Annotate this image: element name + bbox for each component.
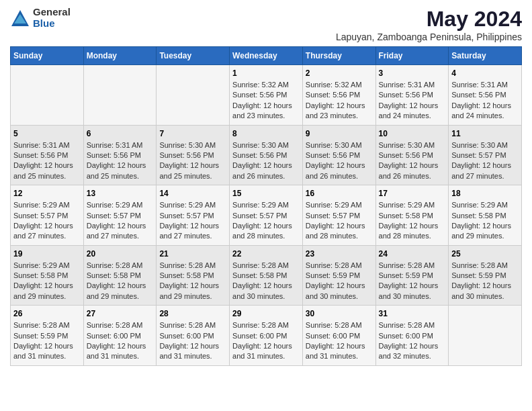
calendar-cell: 13Sunrise: 5:29 AM Sunset: 5:57 PM Dayli… — [83, 185, 157, 246]
day-info: Sunrise: 5:28 AM Sunset: 5:59 PM Dayligh… — [379, 261, 446, 302]
day-info: Sunrise: 5:28 AM Sunset: 6:00 PM Dayligh… — [232, 320, 300, 362]
day-number: 25 — [451, 249, 519, 259]
day-number: 27 — [87, 309, 154, 318]
day-info: Sunrise: 5:31 AM Sunset: 5:56 PM Dayligh… — [379, 80, 446, 122]
day-number: 14 — [159, 189, 226, 198]
day-info: Sunrise: 5:30 AM Sunset: 5:56 PM Dayligh… — [306, 140, 373, 182]
day-info: Sunrise: 5:32 AM Sunset: 5:56 PM Dayligh… — [306, 80, 373, 122]
calendar-cell: 30Sunrise: 5:28 AM Sunset: 6:00 PM Dayli… — [302, 306, 375, 366]
week-row-1: 1Sunrise: 5:32 AM Sunset: 5:56 PM Daylig… — [11, 65, 522, 126]
day-number: 24 — [379, 249, 446, 259]
day-number: 29 — [232, 309, 300, 318]
day-info: Sunrise: 5:29 AM Sunset: 5:58 PM Dayligh… — [13, 261, 81, 302]
calendar-cell: 23Sunrise: 5:28 AM Sunset: 5:59 PM Dayli… — [302, 245, 375, 306]
col-thursday: Thursday — [302, 47, 375, 65]
col-tuesday: Tuesday — [157, 47, 230, 65]
col-saturday: Saturday — [449, 47, 522, 65]
day-info: Sunrise: 5:31 AM Sunset: 5:56 PM Dayligh… — [13, 140, 81, 182]
calendar-cell: 21Sunrise: 5:28 AM Sunset: 5:58 PM Dayli… — [157, 245, 230, 306]
calendar-cell: 14Sunrise: 5:29 AM Sunset: 5:57 PM Dayli… — [157, 185, 230, 246]
calendar-cell: 7Sunrise: 5:30 AM Sunset: 5:56 PM Daylig… — [157, 125, 230, 185]
logo-blue-text: Blue — [33, 18, 71, 30]
week-row-2: 5Sunrise: 5:31 AM Sunset: 5:56 PM Daylig… — [11, 125, 522, 185]
day-number: 2 — [306, 68, 373, 78]
day-info: Sunrise: 5:28 AM Sunset: 6:00 PM Dayligh… — [306, 320, 373, 362]
day-number: 17 — [379, 189, 446, 198]
calendar-cell: 17Sunrise: 5:29 AM Sunset: 5:58 PM Dayli… — [375, 185, 449, 246]
day-info: Sunrise: 5:30 AM Sunset: 5:56 PM Dayligh… — [159, 140, 226, 182]
day-info: Sunrise: 5:28 AM Sunset: 6:00 PM Dayligh… — [159, 320, 226, 362]
day-info: Sunrise: 5:29 AM Sunset: 5:57 PM Dayligh… — [87, 200, 154, 242]
calendar-cell: 16Sunrise: 5:29 AM Sunset: 5:57 PM Dayli… — [302, 185, 375, 246]
calendar-cell — [83, 65, 157, 126]
col-monday: Monday — [83, 47, 157, 65]
day-number: 6 — [87, 129, 154, 138]
day-info: Sunrise: 5:28 AM Sunset: 5:58 PM Dayligh… — [232, 261, 300, 302]
logo: General Blue — [10, 7, 71, 29]
title-block: May 2024 Lapuyan, Zamboanga Peninsula, P… — [336, 7, 522, 42]
calendar-cell: 1Sunrise: 5:32 AM Sunset: 5:56 PM Daylig… — [230, 65, 303, 126]
day-info: Sunrise: 5:28 AM Sunset: 6:00 PM Dayligh… — [379, 320, 446, 362]
calendar-cell: 31Sunrise: 5:28 AM Sunset: 6:00 PM Dayli… — [375, 306, 449, 366]
header-row: Sunday Monday Tuesday Wednesday Thursday… — [11, 47, 522, 65]
calendar-cell: 4Sunrise: 5:31 AM Sunset: 5:56 PM Daylig… — [449, 65, 522, 126]
calendar-header: Sunday Monday Tuesday Wednesday Thursday… — [11, 47, 522, 65]
day-number: 15 — [232, 189, 300, 198]
day-number: 31 — [379, 309, 446, 318]
day-number: 26 — [13, 309, 81, 318]
calendar-cell: 8Sunrise: 5:30 AM Sunset: 5:56 PM Daylig… — [230, 125, 303, 185]
day-info: Sunrise: 5:28 AM Sunset: 5:58 PM Dayligh… — [159, 261, 226, 302]
day-number: 4 — [451, 68, 519, 78]
day-info: Sunrise: 5:28 AM Sunset: 5:59 PM Dayligh… — [13, 320, 81, 362]
day-number: 13 — [87, 189, 154, 198]
week-row-5: 26Sunrise: 5:28 AM Sunset: 5:59 PM Dayli… — [11, 306, 522, 366]
calendar-cell: 19Sunrise: 5:29 AM Sunset: 5:58 PM Dayli… — [11, 245, 84, 306]
day-info: Sunrise: 5:30 AM Sunset: 5:56 PM Dayligh… — [232, 140, 300, 182]
day-info: Sunrise: 5:32 AM Sunset: 5:56 PM Dayligh… — [232, 80, 300, 122]
day-info: Sunrise: 5:28 AM Sunset: 5:59 PM Dayligh… — [306, 261, 373, 302]
day-info: Sunrise: 5:31 AM Sunset: 5:56 PM Dayligh… — [451, 80, 519, 122]
day-number: 11 — [451, 129, 519, 138]
calendar-cell: 10Sunrise: 5:30 AM Sunset: 5:56 PM Dayli… — [375, 125, 449, 185]
calendar-cell: 25Sunrise: 5:28 AM Sunset: 5:59 PM Dayli… — [449, 245, 522, 306]
calendar-cell: 20Sunrise: 5:28 AM Sunset: 5:58 PM Dayli… — [83, 245, 157, 306]
calendar-cell: 24Sunrise: 5:28 AM Sunset: 5:59 PM Dayli… — [375, 245, 449, 306]
calendar-cell: 26Sunrise: 5:28 AM Sunset: 5:59 PM Dayli… — [11, 306, 84, 366]
day-info: Sunrise: 5:28 AM Sunset: 5:58 PM Dayligh… — [87, 261, 154, 302]
main-title: May 2024 — [336, 7, 522, 32]
day-number: 22 — [232, 249, 300, 259]
col-sunday: Sunday — [11, 47, 84, 65]
col-friday: Friday — [375, 47, 449, 65]
calendar-cell: 29Sunrise: 5:28 AM Sunset: 6:00 PM Dayli… — [230, 306, 303, 366]
day-number: 1 — [232, 68, 300, 78]
calendar-cell: 2Sunrise: 5:32 AM Sunset: 5:56 PM Daylig… — [302, 65, 375, 126]
day-number: 28 — [159, 309, 226, 318]
calendar-cell: 12Sunrise: 5:29 AM Sunset: 5:57 PM Dayli… — [11, 185, 84, 246]
day-number: 18 — [451, 189, 519, 198]
calendar-cell: 5Sunrise: 5:31 AM Sunset: 5:56 PM Daylig… — [11, 125, 84, 185]
day-number: 9 — [306, 129, 373, 138]
week-row-4: 19Sunrise: 5:29 AM Sunset: 5:58 PM Dayli… — [11, 245, 522, 306]
calendar-cell: 15Sunrise: 5:29 AM Sunset: 5:57 PM Dayli… — [230, 185, 303, 246]
calendar-cell: 22Sunrise: 5:28 AM Sunset: 5:58 PM Dayli… — [230, 245, 303, 306]
day-info: Sunrise: 5:29 AM Sunset: 5:57 PM Dayligh… — [13, 200, 81, 242]
day-info: Sunrise: 5:29 AM Sunset: 5:57 PM Dayligh… — [232, 200, 300, 242]
day-number: 7 — [159, 129, 226, 138]
day-number: 21 — [159, 249, 226, 259]
calendar-table: Sunday Monday Tuesday Wednesday Thursday… — [10, 46, 522, 366]
calendar-cell: 3Sunrise: 5:31 AM Sunset: 5:56 PM Daylig… — [375, 65, 449, 126]
logo-text: General Blue — [33, 7, 71, 29]
day-number: 20 — [87, 249, 154, 259]
day-number: 19 — [13, 249, 81, 259]
logo-icon — [10, 9, 30, 28]
calendar-cell: 11Sunrise: 5:30 AM Sunset: 5:57 PM Dayli… — [449, 125, 522, 185]
calendar-body: 1Sunrise: 5:32 AM Sunset: 5:56 PM Daylig… — [11, 65, 522, 366]
calendar-cell — [157, 65, 230, 126]
calendar-cell — [449, 306, 522, 366]
logo-general-text: General — [33, 7, 71, 18]
calendar-cell — [11, 65, 84, 126]
day-info: Sunrise: 5:30 AM Sunset: 5:57 PM Dayligh… — [451, 140, 519, 182]
day-number: 5 — [13, 129, 81, 138]
calendar-cell: 18Sunrise: 5:29 AM Sunset: 5:58 PM Dayli… — [449, 185, 522, 246]
day-number: 3 — [379, 68, 446, 78]
